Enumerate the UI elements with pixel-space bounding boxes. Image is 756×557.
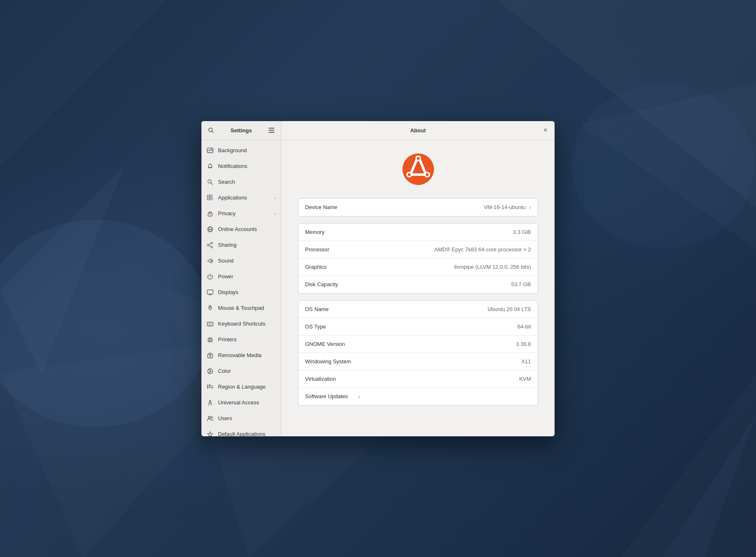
svg-point-59 bbox=[211, 416, 213, 418]
search-label: Search bbox=[218, 179, 276, 185]
sidebar-item-removable-media[interactable]: Removable Media bbox=[201, 348, 281, 363]
sound-icon bbox=[206, 257, 214, 265]
notifications-icon bbox=[206, 163, 214, 170]
applications-icon bbox=[206, 194, 214, 202]
sidebar-item-default-applications[interactable]: Default Applications bbox=[201, 426, 281, 436]
search-icon bbox=[206, 178, 214, 186]
sidebar-item-background[interactable]: Background bbox=[201, 143, 281, 158]
sidebar-item-sound[interactable]: Sound bbox=[201, 253, 281, 269]
device-name-arrow: › bbox=[529, 204, 531, 211]
ubuntu-logo bbox=[402, 153, 435, 186]
removable-media-label: Removable Media bbox=[218, 352, 276, 358]
os-type-label: OS Type bbox=[305, 323, 355, 330]
hamburger-icon bbox=[269, 128, 274, 133]
sidebar-item-privacy[interactable]: Privacy › bbox=[201, 206, 281, 221]
svg-point-9 bbox=[572, 83, 754, 249]
sidebar-item-printers[interactable]: Printers bbox=[201, 332, 281, 348]
svg-point-13 bbox=[211, 149, 212, 150]
svg-point-29 bbox=[211, 246, 213, 248]
color-icon bbox=[206, 367, 214, 375]
notifications-label: Notifications bbox=[218, 163, 276, 169]
keyboard-shortcuts-label: Keyboard Shortcuts bbox=[218, 321, 276, 327]
windowing-system-value: X11 bbox=[355, 358, 531, 365]
svg-marker-0 bbox=[0, 0, 166, 166]
device-name-value: VM-16-14-ubuntu bbox=[355, 204, 526, 210]
sharing-icon bbox=[206, 241, 214, 249]
sidebar-item-applications[interactable]: Applications › bbox=[201, 190, 281, 206]
settings-window: Settings Background bbox=[201, 121, 555, 436]
sidebar-item-online-accounts[interactable]: Online Accounts bbox=[201, 221, 281, 237]
os-name-row: OS Name Ubuntu 20.04 LTS bbox=[298, 301, 538, 318]
color-label: Color bbox=[218, 368, 276, 374]
search-button[interactable] bbox=[205, 124, 217, 136]
svg-line-31 bbox=[209, 246, 211, 247]
gnome-version-row: GNOME Version 3.36.8 bbox=[298, 336, 538, 353]
sidebar-item-notifications[interactable]: Notifications bbox=[201, 158, 281, 174]
svg-rect-20 bbox=[207, 198, 209, 200]
svg-rect-39 bbox=[207, 322, 213, 326]
svg-line-56 bbox=[209, 404, 209, 405]
os-type-row: OS Type 64-bit bbox=[298, 318, 538, 336]
menu-button[interactable] bbox=[265, 124, 278, 136]
processor-label: Processor bbox=[305, 246, 355, 253]
device-name-label: Device Name bbox=[305, 204, 355, 210]
software-updates-row[interactable]: Software Updates › bbox=[298, 388, 538, 405]
sharing-label: Sharing bbox=[218, 242, 276, 248]
disk-capacity-value: 53.7 GB bbox=[355, 281, 531, 287]
processor-value: AMD® Epyc 7k83 64-core processor × 2 bbox=[355, 246, 531, 253]
removable-media-icon bbox=[206, 352, 214, 359]
graphics-value: llvmpipe (LLVM 12.0.0, 256 bits) bbox=[355, 264, 531, 270]
svg-point-73 bbox=[426, 173, 429, 176]
svg-point-27 bbox=[211, 242, 213, 244]
displays-label: Displays bbox=[218, 289, 276, 295]
power-label: Power bbox=[218, 273, 276, 280]
svg-rect-19 bbox=[210, 195, 212, 197]
svg-point-23 bbox=[210, 214, 211, 215]
os-type-value: 64-bit bbox=[355, 323, 531, 330]
svg-point-72 bbox=[407, 173, 410, 176]
nav-items: Background Notifications bbox=[201, 140, 281, 436]
software-updates-label: Software Updates bbox=[305, 393, 355, 399]
sidebar-item-power[interactable]: Power bbox=[201, 269, 281, 285]
sidebar-item-color[interactable]: Color bbox=[201, 363, 281, 379]
sidebar-header: Settings bbox=[201, 121, 281, 140]
main-header: About × bbox=[281, 121, 555, 140]
sound-label: Sound bbox=[218, 258, 276, 264]
sidebar-item-region-language[interactable]: Region & Language bbox=[201, 379, 281, 395]
sidebar-item-universal-access[interactable]: Universal Access bbox=[201, 395, 281, 411]
online-accounts-label: Online Accounts bbox=[218, 226, 276, 232]
content-body: Device Name VM-16-14-ubuntu › Memory 3.3… bbox=[281, 140, 555, 436]
gnome-version-value: 3.36.8 bbox=[355, 341, 531, 347]
region-language-label: Region & Language bbox=[218, 384, 276, 390]
close-button[interactable]: × bbox=[540, 125, 550, 135]
privacy-arrow: › bbox=[274, 211, 276, 216]
device-name-row[interactable]: Device Name VM-16-14-ubuntu › bbox=[298, 199, 538, 216]
graphics-label: Graphics bbox=[305, 264, 355, 270]
device-name-card: Device Name VM-16-14-ubuntu › bbox=[298, 198, 538, 216]
virtualization-row: Virtualization KVM bbox=[298, 370, 538, 388]
sidebar-item-search[interactable]: Search bbox=[201, 174, 281, 190]
svg-point-49 bbox=[211, 339, 212, 340]
memory-value: 3.3 GiB bbox=[355, 229, 531, 235]
mouse-touchpad-label: Mouse & Touchpad bbox=[218, 305, 276, 311]
svg-rect-21 bbox=[210, 198, 212, 200]
sidebar-item-mouse-touchpad[interactable]: Mouse & Touchpad bbox=[201, 300, 281, 316]
printers-label: Printers bbox=[218, 336, 276, 343]
sidebar-item-displays[interactable]: Displays bbox=[201, 285, 281, 300]
mouse-icon bbox=[206, 304, 214, 312]
graphics-row: Graphics llvmpipe (LLVM 12.0.0, 256 bits… bbox=[298, 258, 538, 276]
online-accounts-icon bbox=[206, 226, 214, 233]
sidebar-item-keyboard-shortcuts[interactable]: Keyboard Shortcuts bbox=[201, 316, 281, 332]
disk-capacity-label: Disk Capacity bbox=[305, 281, 355, 287]
printers-icon bbox=[206, 336, 214, 343]
sidebar-item-sharing[interactable]: Sharing bbox=[201, 237, 281, 253]
gnome-version-label: GNOME Version bbox=[305, 341, 355, 347]
svg-rect-33 bbox=[207, 290, 213, 294]
svg-line-11 bbox=[212, 131, 214, 133]
sidebar-item-users[interactable]: Users bbox=[201, 411, 281, 426]
default-applications-icon bbox=[206, 431, 214, 436]
svg-point-71 bbox=[417, 157, 419, 160]
displays-icon bbox=[206, 289, 214, 296]
svg-line-30 bbox=[209, 243, 211, 245]
svg-marker-32 bbox=[208, 259, 211, 263]
